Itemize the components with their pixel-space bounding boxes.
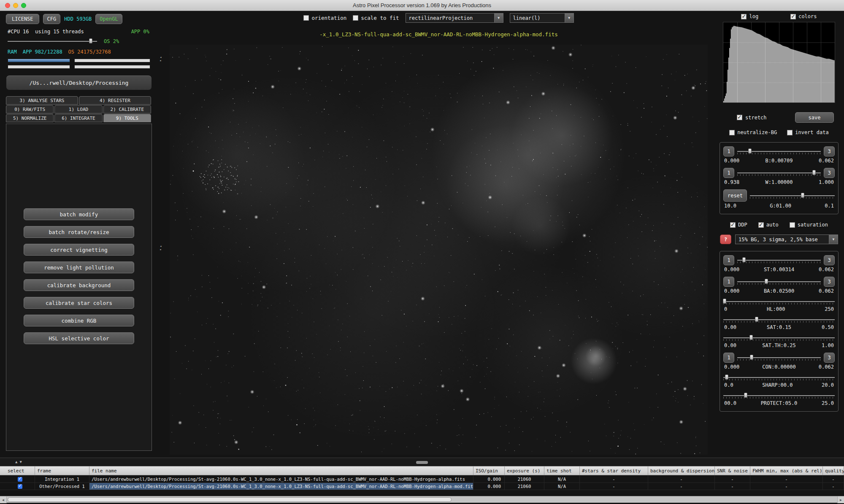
ddp-checkbox[interactable]	[730, 222, 736, 228]
threads-slider[interactable]	[8, 38, 97, 45]
col-frame[interactable]: frame	[35, 466, 89, 475]
stretch-checkbox[interactable]	[737, 115, 742, 120]
log-checkbox[interactable]	[741, 14, 747, 19]
col-fwhm[interactable]: FWHM min, max (abs & rel)	[750, 466, 823, 475]
saturation-checkbox[interactable]	[790, 222, 795, 228]
opengl-button[interactable]: OpenGL	[95, 14, 122, 24]
scroll-left-icon[interactable]: ◀	[0, 496, 7, 503]
tab-load[interactable]: 1) LOAD	[54, 105, 102, 113]
tab-analyse-stars[interactable]: 3) ANALYSE STARS	[6, 96, 78, 105]
gamma-slider[interactable]	[750, 192, 835, 199]
ba-slider-handle[interactable]	[765, 279, 768, 284]
display-mode-dropdown[interactable]: linear(l) ▼	[510, 13, 574, 23]
black-step-1-button[interactable]: 1	[723, 146, 734, 156]
highlights-slider[interactable]	[723, 298, 835, 305]
orientation-checkbox[interactable]	[303, 15, 309, 21]
collapse-down-icon[interactable]: ▼	[19, 460, 22, 464]
row-select-checkbox[interactable]	[18, 484, 22, 489]
row-select-checkbox[interactable]	[18, 477, 22, 482]
help-button[interactable]: ?	[720, 234, 731, 244]
tab-calibrate[interactable]: 2) CALIBRATE	[103, 105, 151, 113]
protect-slider[interactable]	[723, 392, 835, 399]
calibrate-star-colors-button[interactable]: calibrate star colors	[24, 297, 134, 309]
tab-tools[interactable]: 9) TOOLS	[103, 114, 151, 122]
white-step-3-button[interactable]: 3	[824, 168, 835, 178]
tab-register[interactable]: 4) REGISTER	[79, 96, 151, 105]
scroll-right-icon[interactable]: ▶	[837, 496, 844, 503]
bottom-splitter[interactable]: ▲ ▼	[0, 458, 844, 466]
col-background-dispersion[interactable]: background & dispersion	[648, 466, 715, 475]
con-step-1-button[interactable]: 1	[723, 353, 734, 363]
white-point-slider[interactable]	[737, 170, 821, 176]
auto-checkbox[interactable]	[758, 222, 764, 228]
st-step-3-button[interactable]: 3	[824, 255, 835, 265]
gamma-slider-handle[interactable]	[801, 193, 804, 198]
st-step-1-button[interactable]: 1	[723, 255, 734, 265]
col-file-name[interactable]: file name	[89, 466, 473, 475]
sharpen-slider-handle[interactable]	[725, 375, 728, 380]
con-step-3-button[interactable]: 3	[824, 353, 835, 363]
invert-data-checkbox[interactable]	[787, 130, 793, 135]
panel-collapse-handle[interactable]: ◂ ▸	[158, 245, 164, 251]
combine-rgb-button[interactable]: combine RGB	[24, 315, 134, 326]
white-step-1-button[interactable]: 1	[723, 168, 734, 178]
contrast-slider[interactable]	[737, 354, 821, 361]
ba-slider[interactable]	[737, 278, 821, 285]
saturation-slider[interactable]	[723, 316, 835, 323]
histogram-canvas[interactable]	[723, 22, 835, 102]
working-directory-button[interactable]: /Us...rwell/Desktop/Processing	[6, 75, 152, 90]
reset-button[interactable]: reset	[723, 189, 747, 202]
tab-integrate[interactable]: 6) INTEGRATE	[54, 114, 102, 122]
saturation-threshold-slider[interactable]	[723, 334, 835, 341]
col-exposure[interactable]: exposure (s)	[505, 466, 544, 475]
col-stars-density[interactable]: #stars & star density	[580, 466, 648, 475]
hsl-selective-color-button[interactable]: HSL selective color	[24, 332, 134, 344]
col-snr-noise[interactable]: SNR & noise	[715, 466, 750, 475]
projection-dropdown[interactable]: rectilinearProjection ▼	[406, 13, 503, 23]
white-point-slider-handle[interactable]	[812, 170, 816, 175]
save-button[interactable]: save	[795, 112, 834, 123]
colors-checkbox[interactable]	[790, 14, 796, 19]
col-iso-gain[interactable]: ISO/gain	[473, 466, 505, 475]
histogram-display[interactable]	[723, 22, 835, 103]
tab-normalize[interactable]: 5) NORMALIZE	[6, 114, 54, 122]
black-step-3-button[interactable]: 3	[824, 146, 835, 156]
sharpen-slider[interactable]	[723, 374, 835, 381]
table-row[interactable]: Integration 1 /Users/andrewburwell/Deskt…	[0, 476, 844, 483]
col-quality[interactable]: quality	[823, 466, 844, 475]
col-time-shot[interactable]: time shot	[544, 466, 580, 475]
frame-type: Other/Processed 1	[35, 483, 89, 490]
image-viewer[interactable]	[170, 45, 708, 455]
deep-sky-image[interactable]	[170, 45, 708, 455]
st-slider[interactable]	[737, 257, 821, 264]
contrast-slider-handle[interactable]	[750, 355, 753, 360]
expand-up-icon[interactable]: ▲	[15, 460, 17, 464]
col-select[interactable]: select	[5, 466, 35, 475]
panel-collapse-handle[interactable]: ◂ ▸	[158, 56, 164, 62]
scrollbar-thumb[interactable]	[8, 497, 452, 502]
stretch-preset-dropdown[interactable]: 15% BG, 3 sigma, 2,5% base ▼	[735, 234, 838, 244]
splitter-grip[interactable]	[416, 461, 428, 464]
calibrate-background-button[interactable]: calibrate background	[24, 279, 134, 291]
st-slider-handle[interactable]	[742, 257, 746, 262]
black-point-slider[interactable]	[737, 148, 821, 155]
cfg-button[interactable]: CFG	[43, 14, 61, 24]
tab-raw-fits[interactable]: 0) RAW/FITS	[6, 105, 54, 113]
saturation-slider-handle[interactable]	[755, 317, 758, 322]
horizontal-scrollbar[interactable]: ◀ ▶	[0, 496, 844, 503]
license-button[interactable]: LICENSE	[6, 14, 39, 24]
threads-slider-handle[interactable]	[89, 38, 92, 43]
remove-light-pollution-button[interactable]: remove light pollution	[24, 261, 134, 273]
ba-step-3-button[interactable]: 3	[824, 277, 835, 287]
batch-modify-button[interactable]: batch modify	[24, 208, 134, 220]
ba-step-1-button[interactable]: 1	[723, 277, 734, 287]
highlights-slider-handle[interactable]	[723, 299, 726, 304]
black-point-slider-handle[interactable]	[748, 148, 752, 154]
scale-to-fit-checkbox[interactable]	[353, 15, 358, 21]
saturation-threshold-slider-handle[interactable]	[749, 335, 753, 340]
batch-rotate-resize-button[interactable]: batch rotate/resize	[24, 226, 134, 238]
neutralize-bg-checkbox[interactable]	[729, 130, 735, 135]
correct-vignetting-button[interactable]: correct vignetting	[24, 244, 134, 256]
protect-slider-handle[interactable]	[744, 393, 747, 398]
table-row-selected[interactable]: Other/Processed 1 /Users/andrewburwell/D…	[0, 483, 844, 490]
